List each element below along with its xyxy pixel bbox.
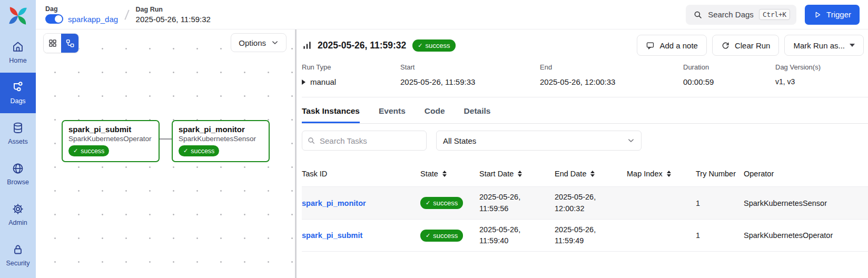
mark-run-as-label: Mark Run as... [793, 41, 845, 50]
try-number-cell: 1 [696, 199, 744, 207]
content: Options spark_pi_submit SparkKubernetesO… [36, 29, 868, 278]
home-icon [12, 41, 24, 53]
start-date-cell: 2025-05-26, 11:59:40 [479, 224, 555, 246]
table-row[interactable]: spark_pi_monitor ✓success 2025-05-26, 11… [302, 186, 868, 219]
tab-details[interactable]: Details [464, 100, 491, 123]
column-state[interactable]: State [420, 170, 479, 178]
airflow-logo[interactable] [7, 0, 29, 32]
mark-run-as-button[interactable]: Mark Run as... [784, 35, 864, 56]
meta-value: 2025-05-26, 11:59:33 [400, 77, 540, 86]
dag-name-link[interactable]: sparkapp_dag [68, 15, 118, 24]
column-try-number: Try Number [696, 170, 744, 178]
run-actions: Add a note Clear Run Mark Run as... [637, 35, 864, 56]
task-node-spark-pi-monitor[interactable]: spark_pi_monitor SparkKubernetesSensor ✓… [172, 120, 270, 162]
dag-run-label: Dag Run [136, 6, 211, 13]
check-icon: ✓ [183, 147, 188, 154]
dag-pause-toggle[interactable] [45, 14, 63, 24]
sort-icon[interactable] [442, 171, 447, 177]
tab-events[interactable]: Events [379, 100, 406, 123]
sidebar-item-admin[interactable]: Admin [0, 194, 36, 235]
sidebar-item-label: Assets [8, 138, 28, 145]
run-status-badge: ✓ success [412, 39, 455, 52]
sidebar-item-assets[interactable]: Assets [0, 113, 36, 154]
meta-duration: Duration 00:00:59 [683, 63, 775, 86]
sidebar-item-label: Admin [8, 219, 27, 226]
meta-label: Run Type [302, 63, 400, 71]
grid-icon [48, 38, 57, 48]
gear-icon [12, 203, 24, 215]
airflow-app: Home Dags Assets Browse [0, 0, 868, 278]
task-id-link[interactable]: spark_pi_monitor [302, 199, 366, 207]
column-task-id[interactable]: Task ID [302, 170, 420, 178]
sidebar: Home Dags Assets Browse [0, 0, 36, 278]
meta-dag-versions: Dag Version(s) v1, v3 [775, 63, 868, 86]
graph-view-button[interactable] [61, 34, 78, 53]
sidebar-item-home[interactable]: Home [0, 32, 36, 73]
play-icon [813, 11, 822, 19]
trigger-button[interactable]: Trigger [805, 5, 860, 25]
task-instances-table: Task ID State Start Date End Date Map In… [302, 161, 868, 252]
sidebar-item-dags[interactable]: Dags [0, 73, 36, 113]
state-filter-select[interactable]: All States [436, 131, 642, 151]
task-edge [160, 138, 172, 140]
add-note-button[interactable]: Add a note [637, 35, 707, 56]
check-icon: ✓ [418, 42, 422, 49]
sort-icon[interactable] [518, 171, 522, 177]
search-icon [693, 10, 703, 19]
meta-end: End 2025-05-26, 12:00:33 [540, 63, 683, 86]
column-end-date[interactable]: End Date [555, 170, 627, 178]
clear-run-button[interactable]: Clear Run [712, 35, 780, 56]
options-label: Options [239, 38, 266, 47]
column-start-date[interactable]: Start Date [479, 170, 555, 178]
end-date-cell: 2025-05-26, 11:59:49 [555, 224, 627, 246]
table-row[interactable]: spark_pi_submit ✓success 2025-05-26, 11:… [302, 219, 868, 252]
sort-icon[interactable] [667, 171, 671, 177]
tab-task-instances[interactable]: Task Instances [302, 100, 360, 123]
column-map-index[interactable]: Map Index [627, 170, 696, 178]
task-node-spark-pi-submit[interactable]: spark_pi_submit SparkKubernetesOperator … [62, 120, 160, 162]
dag-run-name: 2025-05-26, 11:59:32 [136, 15, 211, 24]
tab-code[interactable]: Code [425, 100, 445, 123]
task-node-operator: SparkKubernetesSensor [179, 135, 263, 143]
search-tasks-wrap [302, 131, 427, 151]
start-date-cell: 2025-05-26, 11:59:56 [479, 192, 555, 214]
check-icon: ✓ [426, 200, 430, 206]
breadcrumb-dag-run: Dag Run 2025-05-26, 11:59:32 [136, 6, 211, 24]
refresh-icon [721, 41, 730, 50]
grid-view-button[interactable] [44, 34, 61, 53]
search-dags-label: Search Dags [708, 10, 754, 19]
sidebar-item-label: Security [6, 260, 29, 267]
search-dags-button[interactable]: Search Dags Ctrl+K [686, 5, 796, 25]
lock-icon [12, 243, 24, 256]
status-badge-label: success [433, 232, 458, 240]
meta-value: 00:00:59 [683, 77, 775, 86]
status-badge: ✓ success [179, 145, 219, 156]
database-icon [12, 122, 24, 134]
task-node-title: spark_pi_monitor [179, 125, 263, 134]
globe-icon [12, 162, 24, 175]
task-id-link[interactable]: spark_pi_submit [302, 231, 362, 240]
meta-label: Dag Version(s) [775, 63, 868, 71]
pinwheel-icon [7, 5, 29, 27]
sidebar-item-label: Dags [10, 97, 25, 105]
main-area: Dag sparkapp_dag Dag Run 2025-05-26, 11:… [36, 0, 868, 278]
note-icon [646, 41, 655, 50]
expand-triangle-icon [302, 80, 305, 85]
sidebar-item-browse[interactable]: Browse [0, 154, 36, 194]
end-date-cell: 2025-05-26, 12:00:32 [555, 192, 627, 214]
graph-icon [65, 38, 75, 48]
meta-run-type: Run Type manual [302, 63, 400, 86]
sidebar-item-security[interactable]: Security [0, 235, 36, 275]
clear-run-label: Clear Run [735, 41, 771, 50]
dag-graph-panel: Options spark_pi_submit SparkKubernetesO… [36, 29, 295, 278]
meta-value: 2025-05-26, 12:00:33 [540, 77, 683, 86]
add-note-label: Add a note [659, 41, 698, 50]
search-tasks-input[interactable] [302, 131, 427, 151]
view-toggle-group [43, 33, 79, 53]
state-filter-value: All States [443, 136, 476, 145]
meta-value[interactable]: manual [302, 77, 400, 86]
sort-icon[interactable] [590, 171, 595, 177]
options-button[interactable]: Options [231, 33, 287, 52]
table-header-row: Task ID State Start Date End Date Map In… [302, 161, 868, 186]
run-title: 2025-05-26, 11:59:32 [318, 40, 406, 51]
